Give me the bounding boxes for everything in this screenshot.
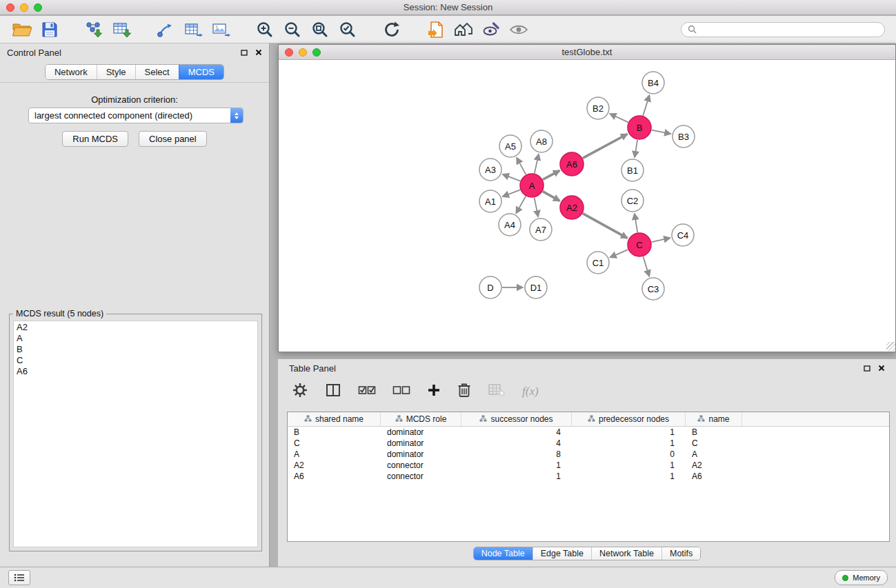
graph-edge-C-C3[interactable] (643, 256, 649, 276)
graph-node-C1[interactable]: C1 (587, 252, 609, 274)
graph-node-A3[interactable]: A3 (479, 159, 501, 181)
close-window-button[interactable] (6, 3, 14, 12)
graph-edge-C-C4[interactable] (652, 238, 670, 242)
result-item[interactable]: C (17, 355, 255, 366)
graph-edge-A-A5[interactable] (517, 158, 526, 174)
network-maximize-button[interactable] (312, 48, 321, 57)
graph-node-A2[interactable]: A2 (560, 196, 584, 219)
show-columns-icon[interactable] (325, 383, 341, 401)
graph-node-C3[interactable]: C3 (642, 278, 664, 300)
graph-node-A7[interactable]: A7 (530, 219, 552, 241)
table-row[interactable]: Bdominator41B (288, 427, 889, 438)
table-row[interactable]: Adominator80A (288, 449, 889, 460)
home-icon[interactable] (452, 19, 475, 40)
graph-node-B2[interactable]: B2 (587, 97, 609, 119)
tab-select[interactable]: Select (135, 65, 179, 79)
graph-node-B[interactable]: B (628, 116, 651, 139)
zoom-out-icon[interactable] (281, 19, 303, 40)
result-item[interactable]: A6 (17, 366, 255, 377)
graph-edge-A6-B[interactable] (583, 134, 628, 159)
graph-edge-A-A8[interactable] (535, 154, 539, 174)
network-minimize-button[interactable] (299, 48, 307, 57)
graph-node-A6[interactable]: A6 (560, 152, 584, 176)
graph-node-C4[interactable]: C4 (672, 224, 694, 246)
run-mcds-button[interactable]: Run MCDS (62, 131, 128, 147)
graph-edge-A-A1[interactable] (503, 190, 520, 196)
float-panel-icon[interactable] (241, 50, 248, 56)
maximize-window-button[interactable] (34, 3, 42, 12)
optimization-criterion-select[interactable]: largest connected component (directed) (28, 108, 243, 123)
network-window-titlebar[interactable]: testGlobe.txt (279, 45, 895, 60)
delete-column-trash-icon[interactable] (457, 382, 471, 401)
table-row[interactable]: A2connector11A2 (288, 460, 889, 471)
graph-edge-C-C2[interactable] (635, 214, 637, 232)
graph-edge-A-A6[interactable] (543, 170, 559, 179)
graph-edge-A-A7[interactable] (535, 198, 539, 217)
table-row[interactable]: Cdominator41C (288, 438, 889, 449)
graph-edge-A-A3[interactable] (503, 174, 520, 181)
column-header-shared-name[interactable]: shared name (288, 412, 381, 426)
apply-layout-icon[interactable] (381, 19, 403, 40)
graph-node-A8[interactable]: A8 (530, 130, 552, 152)
graph-node-D1[interactable]: D1 (525, 276, 547, 298)
graph-node-B4[interactable]: B4 (642, 72, 664, 94)
tab-mcds[interactable]: MCDS (179, 65, 223, 79)
zoom-in-icon[interactable] (254, 19, 276, 40)
graph-edge-A-A2[interactable] (543, 192, 560, 201)
graph-node-C2[interactable]: C2 (621, 190, 644, 212)
open-file-icon[interactable] (11, 19, 33, 40)
tab-network[interactable]: Network (46, 65, 97, 79)
result-item[interactable]: A (17, 333, 255, 344)
export-image-icon[interactable] (210, 19, 232, 40)
graph-edge-A-A4[interactable] (516, 196, 526, 214)
graph-node-B3[interactable]: B3 (673, 125, 695, 148)
memory-button[interactable]: Memory (835, 570, 888, 585)
add-column-icon[interactable] (427, 383, 441, 400)
graph-node-A1[interactable]: A1 (479, 190, 501, 212)
graph-node-A5[interactable]: A5 (499, 135, 521, 157)
close-table-panel-icon[interactable] (878, 365, 885, 372)
column-header-successor-nodes[interactable]: successor nodes (461, 412, 572, 426)
tab-network-table[interactable]: Network Table (591, 547, 661, 560)
style-brush-icon[interactable] (480, 19, 502, 40)
zoom-fit-icon[interactable] (309, 19, 331, 40)
save-session-icon[interactable] (39, 19, 61, 40)
search-input[interactable] (701, 24, 878, 35)
import-table-icon[interactable] (110, 19, 132, 40)
graph-edge-A2-C[interactable] (583, 214, 628, 239)
graph-node-A[interactable]: A (520, 174, 544, 197)
show-panels-button[interactable] (8, 570, 30, 585)
column-header-predecessor-nodes[interactable]: predecessor nodes (572, 412, 686, 426)
tab-style[interactable]: Style (97, 65, 135, 79)
graph-node-C[interactable]: C (628, 233, 651, 256)
search-field[interactable] (681, 22, 885, 37)
network-close-button[interactable] (285, 48, 293, 57)
network-canvas[interactable]: AA6A2BCA5A8A3A1A4A7B4B2B3B1C2C4C1C3DD1 (279, 60, 895, 351)
column-header-name[interactable]: name (686, 412, 742, 426)
graph-edge-B-B1[interactable] (635, 140, 637, 157)
minimize-window-button[interactable] (20, 3, 28, 12)
zoom-selected-icon[interactable] (337, 19, 359, 40)
import-document-icon[interactable] (425, 19, 447, 40)
graph-edge-B-B4[interactable] (643, 95, 649, 116)
graph-node-B1[interactable]: B1 (621, 159, 644, 181)
tab-edge-table[interactable]: Edge Table (532, 547, 591, 560)
graph-edge-C-C1[interactable] (610, 250, 628, 257)
new-network-icon[interactable] (155, 19, 177, 40)
result-item[interactable]: A2 (17, 322, 255, 333)
graph-node-A4[interactable]: A4 (499, 214, 521, 236)
resize-grip[interactable] (886, 342, 895, 351)
graph-node-D[interactable]: D (479, 276, 501, 298)
new-table-icon[interactable] (182, 19, 204, 40)
graph-edge-B-B3[interactable] (652, 130, 671, 134)
tab-node-table[interactable]: Node Table (474, 547, 532, 560)
column-header-MCDS-role[interactable]: MCDS role (381, 412, 461, 426)
table-row[interactable]: A6connector11A6 (288, 471, 889, 482)
select-all-icon[interactable] (358, 385, 376, 398)
float-table-panel-icon[interactable] (864, 365, 870, 372)
deselect-all-icon[interactable] (392, 385, 410, 398)
show-graphics-eye-icon[interactable] (508, 19, 530, 40)
mcds-result-list[interactable]: A2ABCA6 (13, 321, 258, 547)
import-network-icon[interactable] (83, 19, 105, 40)
close-panel-icon[interactable] (255, 49, 262, 56)
